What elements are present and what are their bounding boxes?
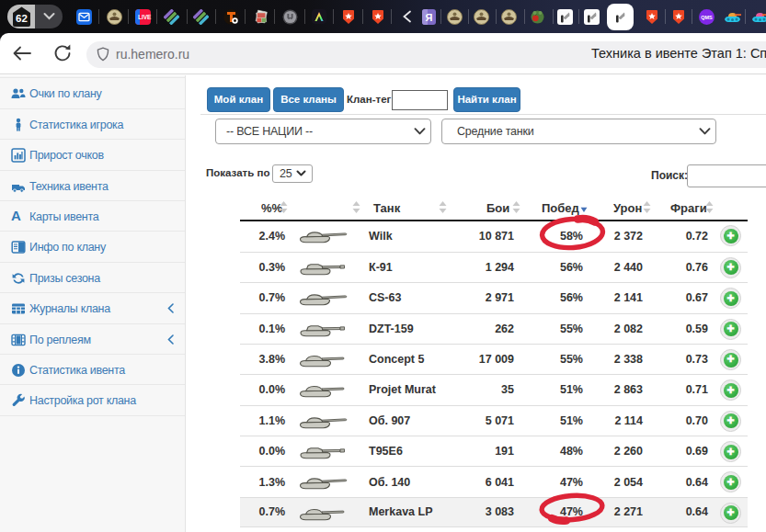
svg-text:62: 62 <box>16 13 28 24</box>
